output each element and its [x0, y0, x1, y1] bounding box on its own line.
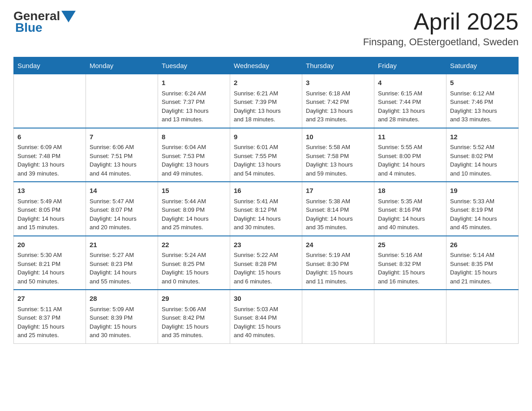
title-block: April 2025 Finspang, OEstergoetland, Swe… [363, 9, 519, 48]
weekday-header-saturday: Saturday [446, 57, 519, 74]
page-title: April 2025 [363, 9, 519, 34]
calendar-cell: 13Sunrise: 5:49 AM Sunset: 8:05 PM Dayli… [14, 182, 86, 236]
day-number: 1 [162, 78, 226, 88]
calendar-cell: 18Sunrise: 5:35 AM Sunset: 8:16 PM Dayli… [374, 182, 446, 236]
day-info: Sunrise: 5:44 AM Sunset: 8:09 PM Dayligh… [162, 197, 226, 232]
day-number: 10 [306, 132, 370, 142]
day-number: 12 [450, 132, 515, 142]
day-number: 28 [90, 294, 154, 304]
day-info: Sunrise: 5:11 AM Sunset: 8:37 PM Dayligh… [17, 305, 82, 340]
calendar-cell: 30Sunrise: 5:03 AM Sunset: 8:44 PM Dayli… [230, 290, 302, 343]
calendar-cell: 8Sunrise: 6:04 AM Sunset: 7:53 PM Daylig… [158, 128, 230, 182]
calendar-cell: 16Sunrise: 5:41 AM Sunset: 8:12 PM Dayli… [230, 182, 302, 236]
calendar-cell: 14Sunrise: 5:47 AM Sunset: 8:07 PM Dayli… [86, 182, 158, 236]
day-number: 14 [90, 186, 154, 196]
day-info: Sunrise: 6:12 AM Sunset: 7:46 PM Dayligh… [450, 89, 515, 124]
calendar-cell [446, 290, 519, 343]
calendar-cell: 25Sunrise: 5:16 AM Sunset: 8:32 PM Dayli… [374, 236, 446, 290]
weekday-header-row: SundayMondayTuesdayWednesdayThursdayFrid… [14, 57, 519, 74]
calendar-cell: 1Sunrise: 6:24 AM Sunset: 7:37 PM Daylig… [158, 74, 230, 128]
day-info: Sunrise: 5:24 AM Sunset: 8:25 PM Dayligh… [162, 251, 226, 286]
calendar-cell: 24Sunrise: 5:19 AM Sunset: 8:30 PM Dayli… [302, 236, 374, 290]
day-number: 20 [17, 240, 82, 250]
day-number: 17 [306, 186, 370, 196]
calendar-cell: 11Sunrise: 5:55 AM Sunset: 8:00 PM Dayli… [374, 128, 446, 182]
day-info: Sunrise: 6:24 AM Sunset: 7:37 PM Dayligh… [162, 89, 226, 124]
calendar-cell: 26Sunrise: 5:14 AM Sunset: 8:35 PM Dayli… [446, 236, 519, 290]
day-number: 21 [90, 240, 154, 250]
day-number: 22 [162, 240, 226, 250]
calendar-week-row: 6Sunrise: 6:09 AM Sunset: 7:48 PM Daylig… [14, 128, 519, 182]
day-number: 24 [306, 240, 370, 250]
day-info: Sunrise: 5:14 AM Sunset: 8:35 PM Dayligh… [450, 251, 515, 286]
calendar-week-row: 20Sunrise: 5:30 AM Sunset: 8:21 PM Dayli… [14, 236, 519, 290]
logo-triangle-icon [61, 11, 76, 22]
calendar-cell: 20Sunrise: 5:30 AM Sunset: 8:21 PM Dayli… [14, 236, 86, 290]
day-info: Sunrise: 5:52 AM Sunset: 8:02 PM Dayligh… [450, 143, 515, 178]
day-number: 4 [378, 78, 442, 88]
calendar-cell: 17Sunrise: 5:38 AM Sunset: 8:14 PM Dayli… [302, 182, 374, 236]
calendar-header: SundayMondayTuesdayWednesdayThursdayFrid… [14, 57, 519, 74]
calendar-cell [374, 290, 446, 343]
calendar-cell: 27Sunrise: 5:11 AM Sunset: 8:37 PM Dayli… [14, 290, 86, 343]
calendar-cell: 23Sunrise: 5:22 AM Sunset: 8:28 PM Dayli… [230, 236, 302, 290]
day-info: Sunrise: 5:09 AM Sunset: 8:39 PM Dayligh… [90, 305, 154, 340]
calendar-cell: 3Sunrise: 6:18 AM Sunset: 7:42 PM Daylig… [302, 74, 374, 128]
day-info: Sunrise: 5:47 AM Sunset: 8:07 PM Dayligh… [90, 197, 154, 232]
calendar-week-row: 13Sunrise: 5:49 AM Sunset: 8:05 PM Dayli… [14, 182, 519, 236]
day-info: Sunrise: 6:04 AM Sunset: 7:53 PM Dayligh… [162, 143, 226, 178]
calendar-cell: 7Sunrise: 6:06 AM Sunset: 7:51 PM Daylig… [86, 128, 158, 182]
logo: General Blue [13, 9, 76, 35]
day-info: Sunrise: 5:55 AM Sunset: 8:00 PM Dayligh… [378, 143, 442, 178]
day-number: 9 [234, 132, 298, 142]
day-info: Sunrise: 5:38 AM Sunset: 8:14 PM Dayligh… [306, 197, 370, 232]
day-number: 25 [378, 240, 442, 250]
day-number: 27 [17, 294, 82, 304]
day-info: Sunrise: 5:35 AM Sunset: 8:16 PM Dayligh… [378, 197, 442, 232]
day-number: 7 [90, 132, 154, 142]
calendar-cell [14, 74, 86, 128]
day-info: Sunrise: 5:33 AM Sunset: 8:19 PM Dayligh… [450, 197, 515, 232]
day-number: 2 [234, 78, 298, 88]
day-info: Sunrise: 6:01 AM Sunset: 7:55 PM Dayligh… [234, 143, 298, 178]
day-info: Sunrise: 6:09 AM Sunset: 7:48 PM Dayligh… [17, 143, 82, 178]
day-number: 11 [378, 132, 442, 142]
calendar-week-row: 1Sunrise: 6:24 AM Sunset: 7:37 PM Daylig… [14, 74, 519, 128]
calendar-table: SundayMondayTuesdayWednesdayThursdayFrid… [13, 57, 519, 344]
calendar-cell: 5Sunrise: 6:12 AM Sunset: 7:46 PM Daylig… [446, 74, 519, 128]
day-info: Sunrise: 5:41 AM Sunset: 8:12 PM Dayligh… [234, 197, 298, 232]
day-number: 8 [162, 132, 226, 142]
day-info: Sunrise: 6:21 AM Sunset: 7:39 PM Dayligh… [234, 89, 298, 124]
day-info: Sunrise: 6:06 AM Sunset: 7:51 PM Dayligh… [90, 143, 154, 178]
day-number: 30 [234, 294, 298, 304]
calendar-cell: 19Sunrise: 5:33 AM Sunset: 8:19 PM Dayli… [446, 182, 519, 236]
calendar-cell: 10Sunrise: 5:58 AM Sunset: 7:58 PM Dayli… [302, 128, 374, 182]
day-number: 13 [17, 186, 82, 196]
calendar-cell: 4Sunrise: 6:15 AM Sunset: 7:44 PM Daylig… [374, 74, 446, 128]
logo-blue-text: Blue [15, 21, 43, 35]
day-info: Sunrise: 5:19 AM Sunset: 8:30 PM Dayligh… [306, 251, 370, 286]
day-info: Sunrise: 5:49 AM Sunset: 8:05 PM Dayligh… [17, 197, 82, 232]
day-number: 3 [306, 78, 370, 88]
calendar-cell: 22Sunrise: 5:24 AM Sunset: 8:25 PM Dayli… [158, 236, 230, 290]
day-info: Sunrise: 5:27 AM Sunset: 8:23 PM Dayligh… [90, 251, 154, 286]
day-number: 23 [234, 240, 298, 250]
day-number: 16 [234, 186, 298, 196]
calendar-cell: 29Sunrise: 5:06 AM Sunset: 8:42 PM Dayli… [158, 290, 230, 343]
calendar-cell: 21Sunrise: 5:27 AM Sunset: 8:23 PM Dayli… [86, 236, 158, 290]
weekday-header-sunday: Sunday [14, 57, 86, 74]
calendar-cell: 2Sunrise: 6:21 AM Sunset: 7:39 PM Daylig… [230, 74, 302, 128]
calendar-cell: 6Sunrise: 6:09 AM Sunset: 7:48 PM Daylig… [14, 128, 86, 182]
day-info: Sunrise: 5:06 AM Sunset: 8:42 PM Dayligh… [162, 305, 226, 340]
weekday-header-thursday: Thursday [302, 57, 374, 74]
calendar-week-row: 27Sunrise: 5:11 AM Sunset: 8:37 PM Dayli… [14, 290, 519, 343]
day-info: Sunrise: 5:03 AM Sunset: 8:44 PM Dayligh… [234, 305, 298, 340]
calendar-cell [302, 290, 374, 343]
weekday-header-wednesday: Wednesday [230, 57, 302, 74]
day-info: Sunrise: 5:30 AM Sunset: 8:21 PM Dayligh… [17, 251, 82, 286]
day-info: Sunrise: 5:58 AM Sunset: 7:58 PM Dayligh… [306, 143, 370, 178]
day-number: 6 [17, 132, 82, 142]
calendar-body: 1Sunrise: 6:24 AM Sunset: 7:37 PM Daylig… [14, 74, 519, 344]
day-info: Sunrise: 5:16 AM Sunset: 8:32 PM Dayligh… [378, 251, 442, 286]
day-number: 5 [450, 78, 515, 88]
